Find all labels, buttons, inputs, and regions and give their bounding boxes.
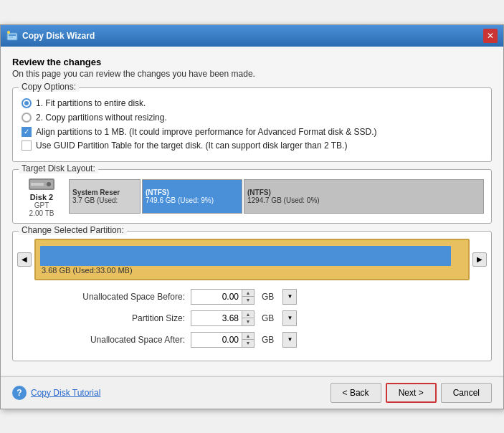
copy-options-content: 1. Fit partitions to entire disk. 2. Cop… bbox=[13, 88, 491, 161]
help-link[interactable]: Copy Disk Tutorial bbox=[31, 388, 100, 398]
help-icon: ? bbox=[12, 386, 27, 400]
checkbox-2-indicator bbox=[22, 141, 32, 151]
svg-rect-1 bbox=[9, 34, 16, 36]
left-arrow-button[interactable]: ◀ bbox=[17, 252, 32, 267]
partition-size-spinners: ▲ ▼ bbox=[242, 311, 254, 325]
partition-size-down[interactable]: ▼ bbox=[242, 318, 254, 325]
seg-system-size: 3.7 GB (Used: bbox=[72, 196, 137, 204]
unallocated-before-spinners: ▲ ▼ bbox=[242, 290, 254, 304]
partition-fill-bar bbox=[40, 246, 451, 266]
partition-seg-ntfs1[interactable]: (NTFS) 749.6 GB (Used: 9%) bbox=[142, 179, 242, 214]
partition-seg-ntfs2[interactable]: (NTFS) 1294.7 GB (Used: 0%) bbox=[244, 179, 484, 214]
disk-layout: Disk 2 GPT 2.00 TB System Reser 3.7 GB (… bbox=[13, 170, 491, 223]
seg-ntfs2-label: (NTFS) bbox=[247, 189, 480, 196]
page-subtitle: On this page you can review the changes … bbox=[12, 69, 492, 79]
unallocated-after-input-wrapper: ▲ ▼ bbox=[191, 332, 255, 348]
unallocated-before-input-wrapper: ▲ ▼ bbox=[191, 289, 255, 305]
partition-size-up[interactable]: ▲ bbox=[242, 311, 254, 318]
partition-bar-wrapper: 3.68 GB (Used:33.00 MB) bbox=[34, 239, 470, 280]
footer-left: ? Copy Disk Tutorial bbox=[12, 386, 100, 400]
seg-system-label: System Reser bbox=[72, 189, 137, 196]
target-disk-title: Target Disk Layout: bbox=[19, 163, 98, 173]
partition-size-input[interactable] bbox=[191, 312, 242, 325]
unallocated-after-down[interactable]: ▼ bbox=[242, 340, 254, 347]
spinner-row-unallocated-before: Unallocated Space Before: ▲ ▼ GB ▼ bbox=[70, 289, 455, 305]
svg-point-6 bbox=[47, 182, 51, 186]
seg-ntfs2-size: 1294.7 GB (Used: 0%) bbox=[247, 196, 480, 204]
svg-point-3 bbox=[7, 31, 10, 34]
radio-2-indicator bbox=[22, 113, 32, 123]
cancel-button[interactable]: Cancel bbox=[441, 383, 492, 403]
titlebar-left: Copy Disk Wizard bbox=[6, 30, 95, 42]
copy-options-title: Copy Options: bbox=[19, 82, 79, 92]
checkbox-option-2[interactable]: Use GUID Partition Table for the target … bbox=[22, 141, 482, 151]
unallocated-after-spinners: ▲ ▼ bbox=[242, 333, 254, 347]
copy-options-group: Copy Options: 1. Fit partitions to entir… bbox=[12, 87, 492, 162]
checkbox-1-indicator bbox=[22, 127, 32, 137]
svg-rect-2 bbox=[9, 37, 13, 38]
checkbox-option-1[interactable]: Align partitions to 1 MB. (It could impr… bbox=[22, 127, 482, 137]
radio-option-1[interactable]: 1. Fit partitions to entire disk. bbox=[22, 98, 482, 108]
partition-size-label: Partition Size: bbox=[70, 313, 185, 323]
spinners-area: Unallocated Space Before: ▲ ▼ GB ▼ Parti… bbox=[13, 285, 491, 361]
disk-info: Disk 2 GPT 2.00 TB bbox=[20, 176, 63, 217]
unallocated-after-up[interactable]: ▲ bbox=[242, 333, 254, 340]
unallocated-before-input[interactable] bbox=[191, 290, 242, 303]
back-button[interactable]: < Back bbox=[331, 383, 381, 403]
disk-size: 2.00 TB bbox=[29, 209, 54, 217]
radio-1-indicator bbox=[22, 98, 32, 108]
wizard-icon bbox=[6, 30, 18, 42]
spinner-row-partition-size: Partition Size: ▲ ▼ GB ▼ bbox=[70, 310, 455, 326]
close-button[interactable]: ✕ bbox=[483, 29, 498, 43]
partition-slider-area: ◀ 3.68 GB (Used:33.00 MB) ▶ bbox=[13, 232, 491, 285]
seg-ntfs1-size: 749.6 GB (Used: 9%) bbox=[146, 196, 239, 204]
svg-rect-7 bbox=[31, 183, 44, 186]
disk-drive-icon bbox=[29, 176, 54, 193]
change-partition-title: Change Selected Partition: bbox=[19, 225, 127, 235]
unallocated-after-input[interactable] bbox=[191, 333, 242, 346]
radio-option-2[interactable]: 2. Copy partitions without resizing. bbox=[22, 113, 482, 123]
spinner-row-unallocated-after: Unallocated Space After: ▲ ▼ GB ▼ bbox=[70, 332, 455, 348]
page-title: Review the changes bbox=[12, 57, 492, 67]
target-disk-group: Target Disk Layout: Disk 2 GPT 2.00 TB bbox=[12, 169, 492, 224]
main-content: Review the changes On this page you can … bbox=[1, 47, 503, 376]
checkbox-2-label: Use GUID Partition Table for the target … bbox=[36, 141, 347, 151]
footer-buttons: < Back Next > Cancel bbox=[331, 383, 492, 403]
titlebar: Copy Disk Wizard ✕ bbox=[1, 25, 503, 47]
change-partition-group: Change Selected Partition: ◀ 3.68 GB (Us… bbox=[12, 231, 492, 361]
partition-size-dropdown[interactable]: ▼ bbox=[282, 310, 297, 326]
radio-1-label: 1. Fit partitions to entire disk. bbox=[36, 98, 146, 108]
partition-seg-system[interactable]: System Reser 3.7 GB (Used: bbox=[69, 179, 141, 214]
radio-2-label: 2. Copy partitions without resizing. bbox=[36, 113, 167, 123]
window-title: Copy Disk Wizard bbox=[22, 31, 95, 41]
unallocated-before-unit: GB bbox=[262, 292, 274, 302]
unallocated-before-down[interactable]: ▼ bbox=[242, 297, 254, 304]
seg-ntfs1-label: (NTFS) bbox=[146, 189, 239, 196]
footer: ? Copy Disk Tutorial < Back Next > Cance… bbox=[1, 376, 503, 409]
right-arrow-button[interactable]: ▶ bbox=[472, 252, 487, 267]
partition-bar-container: System Reser 3.7 GB (Used: (NTFS) 749.6 … bbox=[69, 179, 484, 214]
next-button[interactable]: Next > bbox=[386, 383, 437, 403]
unallocated-after-unit: GB bbox=[262, 335, 274, 345]
disk-type: GPT bbox=[34, 201, 49, 209]
unallocated-after-dropdown[interactable]: ▼ bbox=[282, 332, 297, 348]
unallocated-before-dropdown[interactable]: ▼ bbox=[282, 289, 297, 305]
unallocated-before-label: Unallocated Space Before: bbox=[70, 292, 185, 302]
partition-size-unit: GB bbox=[262, 313, 274, 323]
unallocated-before-up[interactable]: ▲ bbox=[242, 290, 254, 297]
checkbox-1-label: Align partitions to 1 MB. (It could impr… bbox=[36, 127, 377, 137]
partition-size-input-wrapper: ▲ ▼ bbox=[191, 310, 255, 326]
main-window: Copy Disk Wizard ✕ Review the changes On… bbox=[0, 24, 504, 409]
unallocated-after-label: Unallocated Space After: bbox=[70, 335, 185, 345]
partition-size-display: 3.68 GB (Used:33.00 MB) bbox=[42, 266, 133, 275]
disk-label: Disk 2 bbox=[30, 193, 53, 201]
